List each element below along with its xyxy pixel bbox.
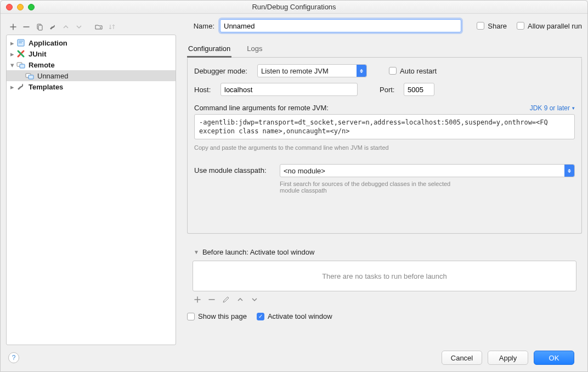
- copy-config-icon[interactable]: [35, 22, 44, 32]
- show-this-page-checkbox[interactable]: Show this page: [187, 312, 247, 320]
- help-button[interactable]: ?: [8, 352, 19, 363]
- remove-task-icon[interactable]: [207, 295, 217, 305]
- host-input[interactable]: [220, 83, 358, 96]
- debugger-mode-label: Debugger mode:: [194, 67, 252, 75]
- zoom-window-button[interactable]: [28, 4, 35, 10]
- chevron-down-icon: ▼: [194, 249, 199, 255]
- before-launch-toolbar: [187, 291, 582, 309]
- tree-label: Remote: [29, 61, 55, 69]
- tree-node-application[interactable]: ▸ Application: [7, 37, 176, 48]
- chevron-right-icon: ▸: [9, 83, 15, 91]
- debugger-mode-value: Listen to remote JVM: [261, 67, 329, 75]
- tree-node-remote[interactable]: ▾ Remote: [7, 59, 176, 70]
- module-hint-2: module classpath: [280, 187, 575, 194]
- tree-node-templates[interactable]: ▸ Templates: [7, 81, 176, 92]
- templates-icon: [16, 82, 25, 91]
- share-checkbox[interactable]: Share: [477, 22, 507, 30]
- ok-button[interactable]: OK: [534, 351, 574, 365]
- jdk-label: JDK 9 or later: [530, 104, 570, 112]
- cmdline-label: Command line arguments for remote JVM:: [194, 104, 329, 112]
- move-down-icon[interactable]: [74, 22, 84, 32]
- jdk-version-dropdown[interactable]: JDK 9 or later ▾: [530, 104, 575, 112]
- svg-rect-4: [20, 64, 25, 68]
- chevron-down-icon: ▾: [9, 61, 15, 69]
- before-launch-header[interactable]: ▼ Before launch: Activate tool window: [187, 244, 582, 256]
- titlebar: Run/Debug Configurations: [1, 1, 587, 14]
- tree-label: Application: [29, 39, 67, 47]
- before-launch-task-list[interactable]: There are no tasks to run before launch: [193, 261, 576, 291]
- remove-config-icon[interactable]: [21, 22, 31, 32]
- move-task-up-icon[interactable]: [235, 295, 245, 305]
- close-window-button[interactable]: [6, 4, 13, 10]
- tab-bar: Configuration Logs: [187, 41, 582, 58]
- activate-tool-window-checkbox[interactable]: ✓ Activate tool window: [257, 312, 332, 320]
- chevron-right-icon: ▸: [9, 39, 15, 47]
- junit-icon: [16, 49, 25, 58]
- tree-label: Templates: [29, 83, 63, 91]
- module-classpath-value: <no module>: [284, 167, 325, 175]
- show-this-page-label: Show this page: [198, 312, 247, 320]
- edit-task-icon[interactable]: [221, 295, 231, 305]
- share-label: Share: [488, 22, 507, 30]
- remote-icon: [16, 60, 25, 69]
- config-list-toolbar: [6, 19, 176, 35]
- module-classpath-select[interactable]: <no module>: [280, 164, 575, 177]
- cancel-button[interactable]: Cancel: [442, 351, 482, 365]
- debugger-mode-select[interactable]: Listen to remote JVM: [257, 64, 367, 77]
- tab-logs[interactable]: Logs: [246, 41, 263, 57]
- activate-tool-window-label: Activate tool window: [268, 312, 332, 320]
- svg-rect-6: [29, 75, 33, 79]
- before-launch-title: Before launch: Activate tool window: [202, 248, 315, 256]
- host-label: Host:: [194, 86, 215, 94]
- config-tree[interactable]: ▸ Application ▸ JUnit ▾: [6, 35, 176, 345]
- tree-node-unnamed[interactable]: Unnamed: [7, 70, 176, 81]
- window-title: Run/Debug Configurations: [1, 3, 587, 11]
- tree-label: JUnit: [29, 50, 47, 58]
- application-icon: [16, 38, 25, 47]
- chevron-right-icon: ▸: [9, 50, 15, 58]
- add-config-icon[interactable]: [8, 22, 18, 32]
- port-input[interactable]: [404, 83, 434, 96]
- tree-label: Unnamed: [37, 72, 68, 80]
- chevron-updown-icon: [564, 165, 574, 177]
- allow-parallel-checkbox[interactable]: Allow parallel run: [517, 22, 582, 30]
- port-label: Port:: [380, 86, 398, 94]
- name-input[interactable]: [220, 19, 461, 32]
- minimize-window-button[interactable]: [17, 4, 24, 10]
- move-up-icon[interactable]: [61, 22, 71, 32]
- chevron-down-icon: ▾: [572, 105, 575, 111]
- auto-restart-checkbox[interactable]: Auto restart: [389, 67, 437, 75]
- wrench-icon[interactable]: [48, 22, 58, 32]
- apply-button[interactable]: Apply: [488, 351, 528, 365]
- parallel-label: Allow parallel run: [528, 22, 582, 30]
- remote-config-icon: [25, 71, 34, 80]
- auto-restart-label: Auto restart: [400, 67, 437, 75]
- svg-rect-1: [38, 25, 42, 30]
- add-task-icon[interactable]: [193, 295, 202, 305]
- name-label: Name:: [187, 22, 214, 30]
- module-hint-1: First search for sources of the debugged…: [280, 181, 575, 187]
- cmdline-textarea[interactable]: [194, 114, 575, 139]
- tab-configuration[interactable]: Configuration: [187, 41, 231, 58]
- module-classpath-label: Use module classpath:: [194, 164, 274, 174]
- chevron-updown-icon: [357, 65, 366, 77]
- cmdline-hint: Copy and paste the arguments to the comm…: [194, 144, 575, 151]
- sort-icon[interactable]: [107, 22, 117, 32]
- tree-node-junit[interactable]: ▸ JUnit: [7, 48, 176, 59]
- folder-move-icon[interactable]: [94, 22, 104, 32]
- move-task-down-icon[interactable]: [250, 295, 259, 305]
- before-launch-empty-text: There are no tasks to run before launch: [322, 272, 447, 280]
